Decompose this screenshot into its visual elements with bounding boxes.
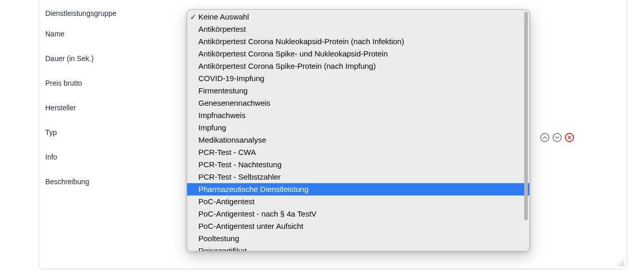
dropdown-option[interactable]: PCR-Test - Nachtestung: [187, 159, 529, 171]
dropdown-option[interactable]: Reisezertifikat: [187, 245, 529, 251]
move-down-button[interactable]: [553, 133, 562, 142]
dropdown-scrollbar-thumb[interactable]: [524, 12, 528, 220]
label-dienstleistungsgruppe: Dienstleistungsgruppe: [45, 9, 117, 17]
dropdown-option-label: Pooltestung: [198, 234, 239, 243]
dropdown-option[interactable]: COVID-19-Impfung: [187, 72, 529, 85]
chevron-down-icon: [555, 135, 560, 140]
dropdown-option[interactable]: Antikörpertest: [187, 23, 529, 35]
dropdown-option[interactable]: PCR-Test - Selbstzahler: [187, 171, 529, 183]
dropdown-option[interactable]: Medikationsanalyse: [187, 134, 529, 146]
dropdown-option[interactable]: ✓Keine Auswahl: [187, 11, 529, 23]
svg-line-0: [619, 261, 624, 266]
dropdown-option-label: Antikörpertest: [198, 25, 246, 33]
label-info: Info: [45, 153, 57, 161]
dropdown-listbox: ✓Keine AuswahlAntikörpertestAntikörperte…: [187, 10, 529, 251]
dropdown-option-label: Antikörpertest Corona Spike-Protein (nac…: [198, 62, 376, 70]
remove-button[interactable]: [565, 133, 574, 142]
dropdown-option[interactable]: Impfnachweis: [187, 109, 529, 122]
dropdown-option-label: Firmentestung: [198, 86, 248, 95]
dropdown-option[interactable]: PoC-Antigentest unter Aufsicht: [187, 220, 529, 232]
dropdown-option-label: PoC-Antigentest unter Aufsicht: [198, 222, 303, 230]
dropdown-option-label: Reisezertifikat: [198, 246, 247, 251]
label-name: Name: [45, 30, 64, 38]
dropdown-option-label: Impfnachweis: [198, 111, 246, 120]
dropdown-option[interactable]: Genesenennachweis: [187, 97, 529, 109]
dropdown-option-label: COVID-19-Impfung: [198, 74, 264, 83]
dropdown-option[interactable]: Antikörpertest Corona Nukleokapsid-Prote…: [187, 35, 529, 48]
dropdown-option-label: Genesenennachweis: [198, 99, 270, 107]
label-dauer: Dauer (in Sek.): [45, 54, 94, 63]
dropdown-option[interactable]: PoC-Antigentest: [187, 195, 529, 208]
x-circle-icon: [567, 135, 572, 140]
dropdown-option-label: Pharmazeutische Dienstleistung: [198, 185, 308, 193]
dropdown-option[interactable]: Pooltestung: [187, 232, 529, 245]
dropdown-option-label: PCR-Test - Selbstzahler: [198, 172, 281, 181]
svg-line-1: [621, 264, 624, 266]
dropdown-option-label: PoC-Antigentest - nach § 4a TestV: [198, 209, 317, 218]
dropdown-option[interactable]: Pharmazeutische Dienstleistung: [187, 183, 529, 195]
dropdown-option[interactable]: PoC-Antigentest - nach § 4a TestV: [187, 208, 529, 220]
dropdown-option-label: PoC-Antigentest: [198, 197, 254, 206]
dropdown-option-label: PCR-Test - CWA: [198, 148, 256, 156]
checkmark-icon: ✓: [189, 11, 198, 23]
label-hersteller: Hersteller: [45, 104, 76, 112]
dropdown-option-label: Impfung: [198, 123, 226, 132]
dropdown-option-label: Keine Auswahl: [198, 12, 249, 21]
dropdown-option[interactable]: PCR-Test - CWA: [187, 146, 529, 159]
dropdown-option[interactable]: Antikörpertest Corona Spike-Protein (nac…: [187, 60, 529, 72]
label-preis: Preis brutto: [45, 79, 82, 87]
dropdown-option[interactable]: Firmentestung: [187, 85, 529, 97]
move-up-button[interactable]: [540, 133, 549, 142]
label-typ: Typ: [45, 128, 57, 136]
row-action-controls: [540, 133, 574, 142]
textarea-resize-handle[interactable]: [617, 260, 624, 267]
dropdown-option-label: PCR-Test - Nachtestung: [198, 160, 282, 169]
dropdown-option-label: Antikörpertest Corona Spike- und Nukleok…: [198, 49, 388, 58]
dienstleistungsgruppe-dropdown[interactable]: ✓Keine AuswahlAntikörpertestAntikörperte…: [187, 9, 530, 251]
label-beschreibung: Beschreibung: [45, 178, 89, 186]
dropdown-option[interactable]: Impfung: [187, 122, 529, 134]
dropdown-option-label: Medikationsanalyse: [198, 135, 266, 144]
dropdown-option[interactable]: Antikörpertest Corona Spike- und Nukleok…: [187, 48, 529, 60]
dropdown-option-label: Antikörpertest Corona Nukleokapsid-Prote…: [198, 37, 404, 46]
chevron-up-icon: [542, 135, 547, 140]
